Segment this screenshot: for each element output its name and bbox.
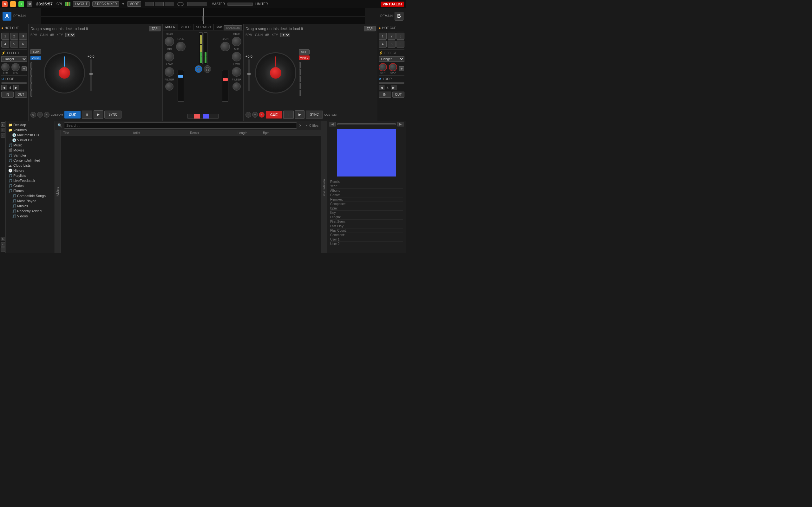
sidebar-item-movies[interactable]: 🎬 Movies — [6, 148, 55, 153]
side-btn-1[interactable]: ▲ — [1, 122, 5, 127]
side-btn-4[interactable]: A — [1, 237, 5, 241]
panel-prev-btn[interactable]: ◀ — [329, 122, 336, 126]
cue-btn-a-2[interactable]: 2 — [10, 33, 18, 40]
deck-icon-3-a[interactable]: + — [44, 112, 49, 118]
key-select-a[interactable]: ▼ — [65, 33, 75, 37]
deck-icon-2-b[interactable]: + — [252, 112, 258, 118]
str-knob-a[interactable] — [1, 63, 9, 71]
cue-btn-b-2[interactable]: 2 — [388, 33, 396, 40]
headphone-btn-b[interactable]: 🎧 — [204, 65, 211, 73]
deck-icon-1-a[interactable]: ⊕ — [31, 112, 36, 118]
loop-slider-a[interactable] — [1, 82, 27, 83]
pitch-fader-a[interactable] — [90, 60, 92, 91]
sidebar-item-history[interactable]: 🕐 History — [6, 168, 55, 173]
sidebar-item-crates[interactable]: 🎵 Crates — [6, 183, 55, 188]
channel-fader-b[interactable] — [222, 70, 229, 102]
gain-knob-left[interactable] — [176, 42, 186, 51]
cue-main-btn-a[interactable]: CUE — [64, 111, 81, 118]
col-length[interactable]: Length — [238, 131, 263, 135]
tap-btn-a[interactable]: TAP — [149, 26, 160, 32]
channel-fader-a[interactable] — [177, 70, 184, 102]
col-artist[interactable]: Artist — [133, 131, 190, 135]
turntable-b[interactable] — [255, 52, 296, 94]
sidebar-item-videos[interactable]: 🎵 Videos — [6, 214, 55, 219]
slip-btn-b[interactable]: SLIP — [299, 49, 310, 55]
loop-prev-b[interactable]: ◀ — [379, 85, 385, 90]
sidebar-item-volumes[interactable]: 📁 Volumes — [6, 127, 55, 132]
str-knob-b[interactable] — [379, 63, 387, 71]
play-btn-b[interactable]: ▶ — [295, 110, 305, 119]
transport-btn-3[interactable] — [165, 2, 173, 6]
sync-btn-a[interactable]: SYNC — [104, 111, 121, 118]
cue-btn-a-5[interactable]: 5 — [10, 41, 18, 48]
sidebar-item-most-played[interactable]: 🎵 Most Played — [6, 199, 55, 204]
cue-main-btn-b[interactable]: CUE — [266, 111, 282, 118]
sidebar-item-cloud-lists[interactable]: ☁ Cloud Lists — [6, 163, 55, 168]
eq-mid-knob-right[interactable] — [232, 52, 241, 61]
slip-btn-a[interactable]: SLIP — [31, 49, 41, 54]
side-btn-5[interactable]: A — [1, 242, 5, 246]
effect-select-a[interactable]: Flanger — [1, 56, 27, 62]
deck-icon-2-a[interactable]: − — [37, 112, 43, 118]
eq-low-knob-left[interactable] — [165, 67, 174, 77]
cue-btn-b-4[interactable]: 4 — [379, 41, 387, 48]
vinyl-btn-a[interactable]: VINYL — [31, 56, 41, 60]
transport-btn-2[interactable] — [155, 2, 164, 6]
sidebar-item-content-unlimited[interactable]: 🎵 ContentUnlimited — [6, 158, 55, 163]
cue-btn-b-3[interactable]: 3 — [397, 33, 404, 40]
side-btn-3[interactable]: ↕ — [1, 133, 5, 137]
tap-btn-b[interactable]: TAP — [364, 26, 375, 32]
loop-next-b[interactable]: ▶ — [391, 85, 397, 90]
sandbox-btn[interactable]: SANDBOX — [223, 25, 242, 31]
sidebar-item-vdj[interactable]: 💿 Virtual DJ — [6, 137, 55, 143]
cue-btn-a-3[interactable]: 3 — [19, 33, 27, 40]
loop-slider-b[interactable] — [379, 82, 404, 83]
col-bpm[interactable]: Bpm — [263, 131, 288, 135]
out-btn-b[interactable]: OUT — [392, 92, 405, 98]
eq-high-knob-right[interactable] — [232, 37, 241, 46]
sidebar-item-livefeedback[interactable]: 🎵 LiveFeedback — [6, 178, 55, 183]
effect-select-b[interactable]: Flanger — [379, 56, 404, 62]
key-select-b[interactable]: ▼ — [281, 33, 290, 37]
side-btn-2[interactable]: + — [1, 128, 5, 132]
search-clear-icon[interactable]: ✕ — [299, 124, 302, 128]
loop-prev-a[interactable]: ◀ — [1, 85, 7, 90]
cue-btn-b-5[interactable]: 5 — [388, 41, 396, 48]
filter-knob-left[interactable] — [165, 82, 173, 91]
transport-btn-1[interactable] — [145, 2, 154, 6]
layout-button[interactable]: LAYOUT — [73, 1, 90, 7]
out-btn-a[interactable]: OUT — [15, 92, 27, 98]
col-title[interactable]: Title — [63, 131, 133, 135]
add-effect-a[interactable]: + — [21, 66, 27, 71]
gain-knob-right[interactable] — [220, 42, 230, 51]
sideview-tab[interactable]: sideview info — [321, 121, 327, 253]
folders-tab[interactable]: folders — [55, 130, 61, 253]
mode-button[interactable]: MODE — [127, 1, 141, 7]
sidebar-item-playlists[interactable]: 🎵 Playlists — [6, 173, 55, 178]
filter-knob-right[interactable] — [233, 82, 241, 91]
sidebar-item-music[interactable]: 🎵 Music — [6, 143, 55, 148]
minimize-button[interactable]: – — [10, 1, 16, 7]
deck-mixer-button[interactable]: 2 DECK MIXER — [92, 1, 119, 7]
turntable-a[interactable] — [44, 52, 85, 94]
panel-slider[interactable] — [337, 123, 396, 125]
settings-button[interactable]: ⚙ — [27, 1, 32, 7]
spd-knob-a[interactable] — [11, 63, 20, 71]
sidebar-item-compatible-songs[interactable]: 🎵 Compatible Songs — [6, 193, 55, 199]
play-btn-a[interactable]: ▶ — [94, 110, 103, 119]
maximize-button[interactable]: + — [18, 1, 24, 7]
panel-next-btn[interactable]: ▶ — [397, 122, 404, 126]
sidebar-item-musics[interactable]: 🎵 Musics — [6, 204, 55, 209]
eq-mid-knob-left[interactable] — [165, 52, 174, 61]
cue-btn-a-6[interactable]: 6 — [19, 41, 27, 48]
add-effect-b[interactable]: + — [399, 66, 404, 71]
sync-btn-b[interactable]: SYNC — [306, 111, 323, 118]
cue-btn-b-1[interactable]: 1 — [379, 33, 387, 40]
deck-icon-1-b[interactable]: − — [246, 112, 251, 118]
side-btn-6[interactable]: − — [1, 247, 5, 252]
eq-low-knob-right[interactable] — [232, 67, 241, 77]
headphone-btn-a[interactable]: 🎧 — [195, 65, 202, 73]
sidebar-item-macintosh[interactable]: 💿 Macintosh HD — [6, 132, 55, 137]
sidebar-item-recently-added[interactable]: 🎵 Recently Added — [6, 209, 55, 214]
pitch-fader-b[interactable] — [248, 60, 250, 91]
